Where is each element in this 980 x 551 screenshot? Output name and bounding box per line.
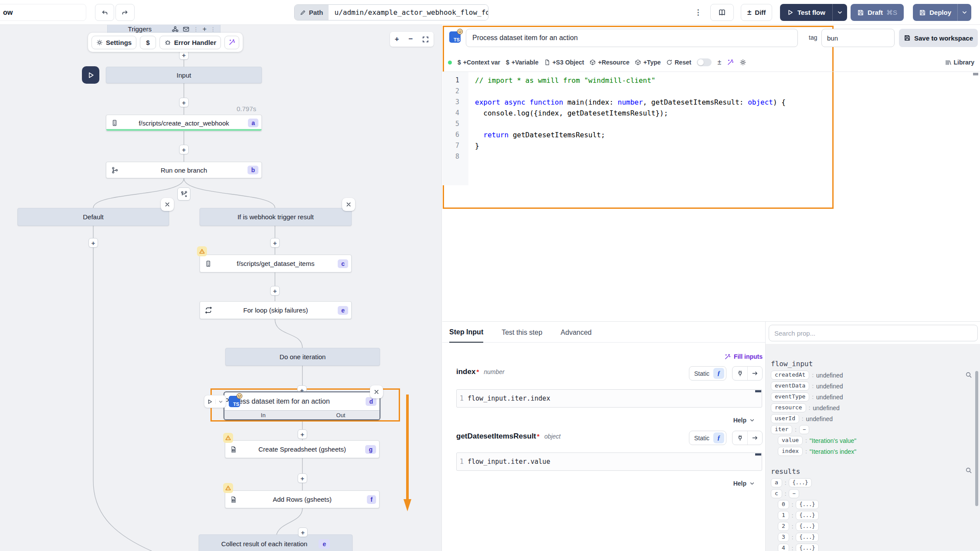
step-node-f[interactable]: Add Rows (gsheets) f xyxy=(225,490,380,508)
delete-step-button[interactable] xyxy=(370,385,383,398)
magic-wand-icon[interactable] xyxy=(727,59,734,66)
prop-key[interactable]: 1 xyxy=(778,511,789,520)
prop-value[interactable]: undefined xyxy=(806,415,833,422)
node-in-label[interactable]: In xyxy=(224,411,302,419)
prop-key[interactable]: a xyxy=(771,478,782,487)
variables-button[interactable]: $ xyxy=(140,36,156,49)
prop-value[interactable]: {...} xyxy=(796,500,818,509)
code-line[interactable] xyxy=(475,86,980,97)
expression-mode-button[interactable]: ƒ xyxy=(713,368,724,379)
insert-step-button[interactable]: + xyxy=(270,238,280,248)
add-type-button[interactable]: +Type xyxy=(635,59,661,66)
deploy-dropdown-button[interactable] xyxy=(958,10,971,15)
help-toggle[interactable]: Help xyxy=(733,417,755,424)
step-node-g[interactable]: Create Spreadsheet (gsheets) g xyxy=(225,440,380,458)
prop-row[interactable]: index:"Iteration's index" xyxy=(766,446,980,457)
plug-button[interactable] xyxy=(732,431,747,445)
step-node-d-selected[interactable]: TS Process dataset item for an action d … xyxy=(224,391,380,420)
library-button[interactable]: Library xyxy=(945,59,974,66)
step-node-a[interactable]: f/scripts/create_actor_webhook a xyxy=(106,115,262,131)
insert-step-button[interactable]: + xyxy=(298,527,308,537)
settings-button[interactable]: Settings xyxy=(92,36,136,49)
prop-key[interactable]: c xyxy=(771,489,782,498)
step-node-forloop[interactable]: For loop (skip failures) e xyxy=(200,301,352,319)
tab-advanced[interactable]: Advanced xyxy=(561,329,592,342)
more-menu-button[interactable]: ⋮ xyxy=(693,4,703,21)
prop-value[interactable]: undefined xyxy=(813,405,840,412)
ai-assistant-button[interactable] xyxy=(224,36,239,49)
prop-row[interactable]: c:− xyxy=(766,488,980,499)
insert-step-button[interactable]: + xyxy=(270,286,280,296)
redo-button[interactable] xyxy=(115,4,135,21)
prop-key[interactable]: 3 xyxy=(778,533,789,542)
scrollbar-thumb[interactable] xyxy=(975,371,978,506)
add-trigger-button[interactable]: + xyxy=(203,25,207,33)
add-s3-object-button[interactable]: +S3 Object xyxy=(544,59,584,66)
prop-key[interactable]: 0 xyxy=(778,500,789,509)
prop-row[interactable]: createdAt:undefined xyxy=(766,370,980,381)
search-icon[interactable] xyxy=(965,371,972,378)
tab-step-input[interactable]: Step Input xyxy=(449,328,483,343)
insert-step-button[interactable]: + xyxy=(298,429,307,439)
prop-value[interactable]: undefined xyxy=(816,372,843,379)
zoom-in-button[interactable]: + xyxy=(395,35,399,44)
test-flow-button[interactable]: Test flow xyxy=(780,9,832,16)
code-line[interactable]: // import * as wmill from "windmill-clie… xyxy=(475,75,980,86)
prop-value[interactable]: {...} xyxy=(796,533,818,542)
prop-row[interactable]: resource:undefined xyxy=(766,402,980,413)
code-line[interactable] xyxy=(475,151,980,162)
field-index-expression-input[interactable]: 1 flow_input.iter.index xyxy=(456,389,762,408)
prop-value[interactable]: "Iteration's index" xyxy=(810,448,857,455)
insert-step-button[interactable]: + xyxy=(179,145,189,154)
add-resource-button[interactable]: +Resource xyxy=(590,59,629,66)
prop-key[interactable]: index xyxy=(778,447,803,456)
prop-value[interactable]: undefined xyxy=(816,383,843,390)
static-toggle-group[interactable]: Static ƒ xyxy=(689,366,726,381)
step-node-b[interactable]: Run one branch b xyxy=(106,162,262,178)
test-flow-dropdown-button[interactable] xyxy=(833,10,847,15)
undo-button[interactable] xyxy=(95,4,114,21)
do-one-iteration-node[interactable]: Do one iteration xyxy=(225,348,380,366)
prop-key[interactable]: value xyxy=(778,436,803,445)
prop-value[interactable]: {...} xyxy=(796,522,818,531)
zoom-out-button[interactable]: − xyxy=(408,35,413,44)
code-editor[interactable]: 12345678 // import * as wmill from "wind… xyxy=(442,72,980,185)
code-content[interactable]: // import * as wmill from "windmill-clie… xyxy=(468,72,980,185)
search-icon[interactable] xyxy=(965,467,972,474)
prop-row[interactable]: eventType:undefined xyxy=(766,391,980,402)
prop-row[interactable]: 4:{...} xyxy=(766,543,980,551)
delete-branch-button[interactable] xyxy=(342,198,355,211)
editor-scrollbar[interactable] xyxy=(973,73,978,75)
plug-button[interactable] xyxy=(732,367,747,380)
prop-row[interactable]: 3:{...} xyxy=(766,532,980,543)
flow-canvas[interactable]: Triggers ⋮ + ⋮ Settings $ Error Handler … xyxy=(0,25,442,551)
prop-value[interactable]: − xyxy=(789,489,799,498)
prop-key[interactable]: eventType xyxy=(771,392,809,401)
error-handler-button[interactable]: Error Handler xyxy=(159,36,221,49)
code-line[interactable] xyxy=(475,119,980,129)
deploy-button[interactable]: Deploy xyxy=(913,9,957,16)
delete-branch-button[interactable] xyxy=(161,198,174,211)
reset-button[interactable]: Reset xyxy=(666,59,691,66)
save-to-workspace-button[interactable]: Save to workspace xyxy=(899,29,978,47)
prop-value[interactable]: {...} xyxy=(796,544,818,551)
prop-key[interactable]: createdAt xyxy=(771,371,809,380)
branch-if-node[interactable]: If is webhook trigger result xyxy=(200,208,352,226)
prop-value[interactable]: undefined xyxy=(816,394,843,401)
prop-value[interactable]: {...} xyxy=(789,478,811,487)
branch-default-node[interactable]: Default xyxy=(17,208,169,226)
tag-input[interactable] xyxy=(821,29,895,47)
prop-row[interactable]: 1:{...} xyxy=(766,510,980,521)
flow-input-node[interactable]: Input xyxy=(106,67,262,83)
connect-arrow-button[interactable] xyxy=(747,367,762,380)
prop-key[interactable]: userId xyxy=(771,414,799,423)
plus-minus-icon[interactable]: ± xyxy=(717,58,721,66)
field-result-expression-input[interactable]: 1 flow_input.iter.value xyxy=(456,452,762,471)
fit-view-icon[interactable] xyxy=(422,36,429,43)
prop-key[interactable]: 2 xyxy=(778,522,789,531)
step-title-input[interactable] xyxy=(466,29,798,47)
gear-icon[interactable] xyxy=(739,59,746,66)
prop-row[interactable]: iter:− xyxy=(766,424,980,435)
insert-step-button[interactable]: + xyxy=(179,98,189,107)
prop-key[interactable]: iter xyxy=(771,425,792,434)
